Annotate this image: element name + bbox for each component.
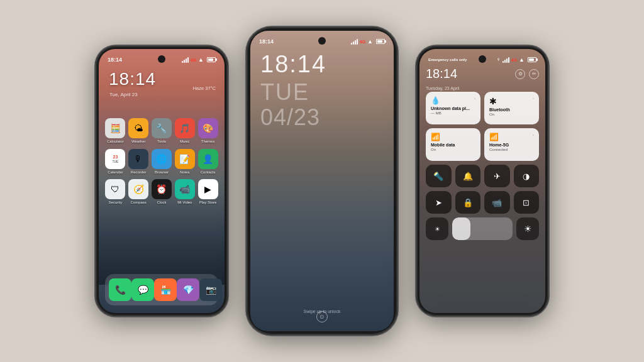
cc-tile-wifi-header: 📶 › [489, 133, 534, 143]
cc-scan-button[interactable]: ⊡ [514, 191, 540, 214]
phone-1-screen: 18:14 4G ▲ 18:14 Tue, April 23 Haze 37°C [99, 49, 225, 313]
app-tools-icon: 🔧 [152, 118, 172, 138]
dock-camera[interactable]: 📷 [199, 278, 222, 301]
cc-tile-md-sub: On [431, 148, 436, 152]
app-themes-label: Themes [201, 140, 215, 144]
app-clock[interactable]: ⏰ Clock [152, 179, 172, 205]
app-clock-icon: ⏰ [152, 179, 172, 199]
app-calendar-label: Calendar [108, 170, 123, 175]
cc-tile-bt-sub: On [489, 112, 494, 117]
cc-tile-data-sub: — MB [431, 111, 441, 116]
app-mivideo-label: Mi Video [177, 200, 192, 205]
cc-location-button[interactable]: ➤ [426, 191, 452, 214]
app-mivideo[interactable]: 📹 Mi Video [174, 179, 195, 205]
battery-icon-2 [376, 39, 385, 44]
lock-date-month: 04/23 [260, 106, 320, 129]
app-playstore[interactable]: ▶ Play Store [197, 179, 218, 205]
app-themes[interactable]: 🎨 Themes [197, 118, 218, 144]
app-themes-icon: 🎨 [198, 118, 218, 138]
punch-hole-3 [479, 55, 486, 63]
status-icons-1: 4G ▲ [182, 57, 216, 63]
cc-tile-bluetooth[interactable]: ✱ › Bluetooth On [484, 92, 539, 124]
cc-brightness-low-icon[interactable]: ☀ [426, 217, 448, 240]
signal-icon-3 [502, 57, 509, 63]
4g-badge-3: 4G [511, 58, 517, 62]
phone-3-screen: Emergency calls only 🎙 4G ▲ 18:14 [419, 49, 545, 313]
cc-tile-row-1: 💧 › Unknown data pl... — MB ✱ › Bluetoot… [426, 92, 539, 124]
app-browser[interactable]: 🌐 Browser [152, 149, 172, 175]
battery-icon-1 [207, 57, 216, 62]
cc-tile-mobiledata[interactable]: 📶 Mobile data On [426, 128, 480, 161]
dock-phone[interactable]: 📞 [109, 278, 131, 301]
app-tools[interactable]: 🔧 Tools [152, 118, 172, 144]
dock-messages[interactable]: 💬 [131, 278, 154, 301]
status-icons-3: 🎙 4G ▲ [497, 57, 536, 63]
app-calculator[interactable]: 🧮 Calculator [105, 118, 126, 144]
weather-widget: Haze 37°C [193, 85, 216, 91]
phone-2-screen: 18:14 4G ▲ 18:14 TUE 04/23 Swipe up to u… [250, 31, 394, 331]
cc-time: 18:14 [426, 67, 457, 81]
wifi-icon-1: ▲ [198, 57, 204, 63]
cc-lock-button[interactable]: 🔒 [455, 191, 481, 214]
app-music-icon: 🎵 [175, 118, 195, 138]
app-weather[interactable]: 🌤 Weather [128, 118, 149, 144]
signal-icon-2 [351, 39, 358, 45]
app-security[interactable]: 🛡 Security [105, 179, 126, 205]
cc-tile-data-title: Unknown data pl... [431, 106, 470, 111]
app-contacts[interactable]: 👤 Contacts [197, 149, 218, 175]
app-compass[interactable]: 🧭 Compass [128, 179, 149, 205]
app-grid-1: 🧮 Calculator 🌤 Weather 🔧 Tools 🎵 Music 🎨 [105, 118, 218, 205]
app-calculator-label: Calculator [107, 140, 124, 144]
cc-brightness-fill [452, 217, 470, 240]
app-playstore-icon: ▶ [198, 179, 218, 199]
4g-badge-1: 4G [191, 58, 196, 62]
fingerprint-icon[interactable]: ⊙ [316, 311, 328, 322]
cc-video-button[interactable]: 📹 [484, 191, 510, 214]
cc-tile-md-title: Mobile data [431, 143, 455, 148]
cc-airplane-button[interactable]: ✈ [484, 165, 510, 187]
cc-theme-button[interactable]: ◑ [514, 165, 540, 187]
cc-tile-bt-title: Bluetooth [489, 107, 510, 112]
dock-phone-icon: 📞 [109, 278, 131, 301]
lock-time-1: 18:14 [109, 69, 156, 89]
cc-tile-bt-arrow: › [533, 96, 534, 100]
dock-messages-icon: 💬 [131, 278, 154, 301]
app-recorder[interactable]: 🎙 Recorder [128, 149, 149, 175]
cc-bell-button[interactable]: 🔔 [455, 165, 481, 187]
cc-brightness-high-icon[interactable]: ☀ [516, 217, 539, 240]
cc-header-icons: ⚙ ✏ [515, 69, 539, 79]
cc-header: 18:14 ⚙ ✏ Tuesday, 23 April [426, 67, 539, 92]
cc-edit-icon[interactable]: ✏ [529, 69, 539, 79]
battery-fill-2 [377, 40, 382, 43]
cc-tile-data-icon: 💧 [431, 96, 440, 105]
app-clock-label: Clock [157, 200, 166, 205]
cc-tile-data[interactable]: 💧 › Unknown data pl... — MB [426, 92, 480, 124]
bluetooth-icon: ✱ [489, 96, 497, 106]
app-mivideo-icon: 📹 [175, 179, 195, 199]
cc-tile-wifi-icon: 📶 [489, 133, 499, 141]
cc-torch-button[interactable]: 🔦 [426, 165, 452, 187]
app-notes-label: Notes [180, 170, 190, 175]
mic-icon: 🎙 [497, 58, 501, 62]
dock-mistore-icon: 🏪 [154, 278, 177, 301]
cc-brightness-slider[interactable] [452, 217, 513, 240]
cc-tile-wifi[interactable]: 📶 › Home-5G Connected [484, 128, 539, 161]
app-notes[interactable]: 📝 Notes [174, 149, 195, 175]
app-tools-label: Tools [157, 140, 166, 144]
status-time-2: 18:14 [259, 38, 274, 45]
dock-appvault[interactable]: 💎 [177, 278, 199, 301]
dock-1: 📞 💬 🏪 💎 📷 [105, 274, 218, 305]
phone-2-frame: 18:14 4G ▲ 18:14 TUE 04/23 Swipe up to u… [247, 27, 397, 335]
app-browser-label: Browser [155, 170, 169, 175]
cc-tile-data-arrow: › [474, 96, 475, 100]
app-weather-label: Weather [131, 140, 146, 144]
battery-fill-3 [529, 58, 534, 61]
app-calendar[interactable]: 23TUE Calendar [105, 149, 126, 175]
cc-tile-row-2: 📶 Mobile data On 📶 › Home-5G Connected [426, 128, 539, 161]
dock-mistore[interactable]: 🏪 [154, 278, 177, 301]
cc-status-text: Emergency calls only [428, 58, 467, 62]
app-music[interactable]: 🎵 Music [174, 118, 195, 144]
cc-settings-icon[interactable]: ⚙ [515, 69, 525, 79]
app-browser-icon: 🌐 [152, 149, 172, 169]
battery-icon-3 [528, 57, 536, 62]
